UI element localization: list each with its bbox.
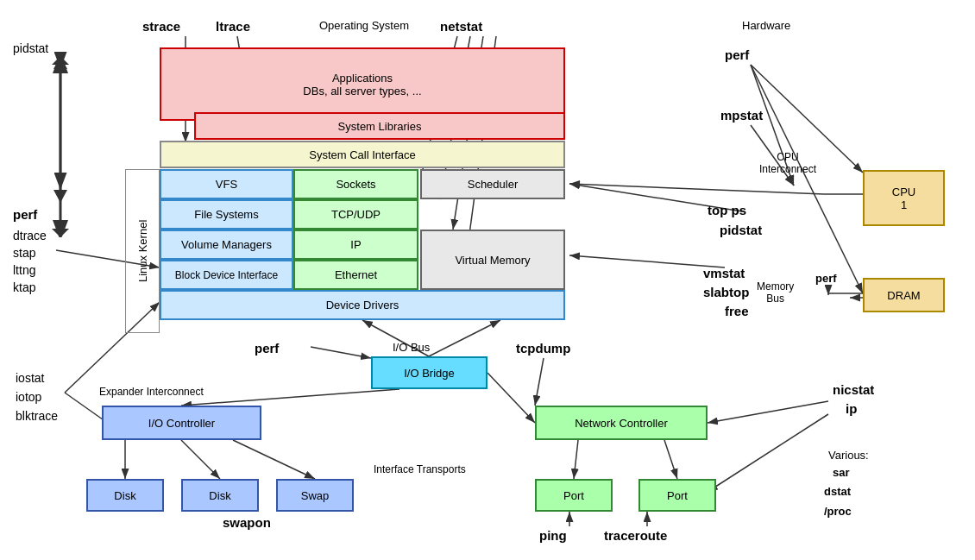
iostat-label: iostat: [16, 371, 44, 385]
swap-text: Swap: [301, 489, 330, 502]
io-bus-label: I/O Bus: [393, 341, 430, 354]
traceroute-label: traceroute: [604, 528, 667, 543]
filesystems-text: File Systems: [194, 208, 258, 221]
volumemgr-text: Volume Managers: [181, 238, 272, 251]
port1-box: Port: [535, 479, 613, 512]
cpu-box: CPU 1: [863, 170, 945, 226]
mpstat-label: mpstat: [720, 108, 763, 123]
scheduler-block: Scheduler: [420, 169, 565, 199]
pidstat-top-label: pidstat: [13, 41, 48, 55]
svg-line-20: [311, 347, 371, 358]
free-label: free: [725, 304, 749, 318]
system-libraries-text: System Libraries: [338, 120, 422, 133]
diagram: Operating System Hardware strace ltrace …: [0, 0, 975, 560]
sar-label: sar: [833, 466, 850, 479]
vmstat-label: vmstat: [703, 266, 745, 280]
disk1-text: Disk: [114, 489, 135, 502]
network-controller-text: Network Controller: [575, 417, 668, 430]
scheduler-text: Scheduler: [468, 178, 519, 191]
cpu-interconnect-label: CPUInterconnect: [759, 151, 816, 175]
tcpudp-block: TCP/UDP: [293, 199, 418, 230]
disk2-box: Disk: [181, 479, 259, 512]
svg-line-37: [569, 184, 824, 194]
devicedrivers-block: Device Drivers: [160, 290, 565, 320]
port2-text: Port: [667, 489, 688, 502]
tcpudp-text: TCP/UDP: [331, 208, 381, 221]
ethernet-text: Ethernet: [335, 268, 377, 281]
interface-transports-label: Interface Transports: [374, 463, 466, 475]
syscall-text: System Call Interface: [309, 148, 416, 161]
ip-box: IP: [293, 230, 418, 260]
io-controller-box: I/O Controller: [102, 406, 261, 440]
hw-label: Hardware: [742, 19, 790, 32]
svg-line-28: [429, 320, 500, 356]
dram-box: DRAM: [863, 278, 945, 312]
pidstat-mid-label: pidstat: [720, 223, 762, 237]
svg-line-35: [664, 440, 677, 479]
vfs-text: VFS: [216, 178, 237, 191]
svg-line-32: [233, 440, 315, 479]
swapon-label: swapon: [223, 515, 271, 530]
disk2-text: Disk: [209, 489, 230, 502]
perf-io-label: perf: [255, 341, 279, 356]
lttng-label: lttng: [13, 263, 35, 277]
sockets-block: Sockets: [293, 169, 418, 199]
devicedrivers-text: Device Drivers: [326, 299, 399, 311]
applications-text: Applications DBs, all server types, ...: [303, 72, 421, 98]
svg-line-16: [569, 255, 725, 267]
expander-label: Expander Interconnect: [99, 386, 204, 398]
strace-label: strace: [142, 19, 180, 34]
disk1-box: Disk: [86, 479, 164, 512]
filesystems-block: File Systems: [160, 199, 293, 230]
syscall-block: System Call Interface: [160, 141, 565, 168]
svg-line-21: [535, 358, 544, 406]
svg-line-12: [751, 65, 863, 293]
ping-label: ping: [539, 528, 567, 543]
cpu-text: CPU 1: [892, 186, 915, 211]
blktrace-label: blktrace: [16, 409, 58, 423]
svg-line-31: [181, 440, 220, 479]
stap-label: stap: [13, 246, 35, 260]
pidstat-arrow: [47, 56, 73, 237]
port1-text: Port: [563, 489, 584, 502]
volumemgr-block: Volume Managers: [160, 230, 293, 260]
blockdev-text: Block Device Interface: [175, 269, 278, 281]
ethernet-block: Ethernet: [293, 260, 418, 290]
slabtop-label: slabtop: [703, 285, 749, 299]
ip-label: ip: [846, 401, 857, 416]
sockets-text: Sockets: [336, 178, 375, 191]
perf-left-label: perf: [13, 207, 37, 222]
dram-text: DRAM: [887, 289, 920, 302]
nicstat-label: nicstat: [833, 382, 874, 397]
system-libraries-block: System Libraries: [194, 112, 565, 140]
kernel-text: Linux Kernel: [136, 220, 149, 282]
svg-line-29: [181, 389, 399, 406]
vmem-block: Virtual Memory: [420, 230, 565, 290]
svg-line-34: [574, 440, 578, 479]
proc-label: /proc: [824, 505, 852, 518]
swap-box: Swap: [276, 479, 354, 512]
io-bridge-text: I/O Bridge: [404, 367, 455, 380]
memory-bus-label: MemoryBus: [757, 280, 794, 305]
applications-block: Applications DBs, all server types, ...: [160, 47, 565, 121]
svg-marker-44: [52, 56, 69, 65]
port2-box: Port: [638, 479, 716, 512]
svg-marker-45: [52, 229, 69, 237]
os-label: Operating System: [319, 19, 409, 32]
perf-hw-label: perf: [725, 47, 749, 62]
svg-line-22: [708, 401, 828, 423]
kernel-label: Linux Kernel: [125, 169, 160, 333]
tcpdump-label: tcpdump: [516, 341, 570, 356]
svg-line-23: [708, 414, 828, 492]
io-bridge-box: I/O Bridge: [371, 356, 488, 389]
various-label: Various:: [828, 449, 869, 462]
vmem-text: Virtual Memory: [455, 254, 530, 267]
svg-line-33: [488, 373, 535, 423]
iotop-label: iotop: [16, 390, 41, 404]
perf-dram-label: perf: [815, 272, 837, 285]
ktap-label: ktap: [13, 280, 35, 294]
vfs-block: VFS: [160, 169, 293, 199]
network-controller-box: Network Controller: [535, 406, 708, 440]
ltrace-label: ltrace: [216, 19, 250, 34]
ip-text: IP: [350, 238, 361, 251]
